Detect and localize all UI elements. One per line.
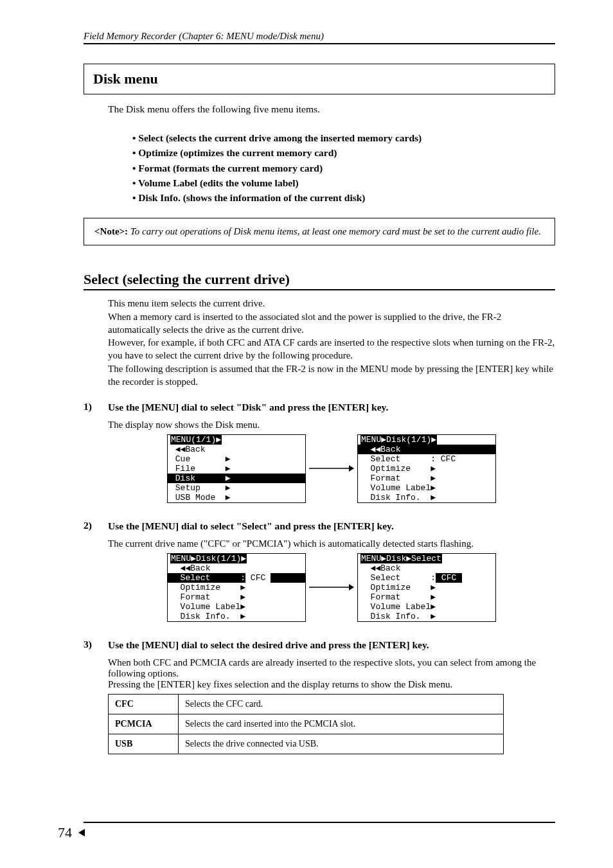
- lcd-row: Disk Info. ▶: [168, 612, 305, 621]
- lcd-row: File ▶: [168, 464, 305, 474]
- boxed-heading: Disk menu: [84, 64, 555, 94]
- lcd-row: Select : CFC: [358, 573, 495, 583]
- svg-marker-1: [349, 465, 354, 472]
- lcd-row-selected: Select : CFC: [168, 573, 305, 583]
- lcd-row: Volume Label▶: [168, 602, 305, 612]
- lcd-row: Optimize ▶: [168, 583, 305, 592]
- step-number: 2): [84, 520, 108, 533]
- section-body: This menu item selects the current drive…: [108, 297, 555, 388]
- step-3: 3) Use the [MENU] dial to select the des…: [84, 639, 555, 652]
- step-1-sub: The display now shows the Disk menu.: [108, 420, 555, 430]
- footer-rule: [84, 822, 555, 823]
- option-name: USB: [109, 734, 179, 754]
- step-3-sub: When both CFC and PCMCIA cards are alrea…: [108, 657, 555, 690]
- step-instruction: Use the [MENU] dial to select "Select" a…: [108, 520, 394, 531]
- option-desc: Selects the drive connected via USB.: [179, 734, 504, 754]
- lcd-title: MENU▶Disk(1/1)▶: [360, 435, 437, 445]
- lcd-row: Cue ▶: [168, 454, 305, 464]
- triangle-icon: [78, 829, 85, 837]
- table-row: PCMCIA Selects the card inserted into th…: [109, 714, 504, 734]
- arrow-icon: [306, 465, 357, 472]
- step-instruction: Use the [MENU] dial to select the desire…: [108, 639, 429, 650]
- list-item: • Volume Label (edits the volume label): [132, 175, 555, 190]
- lcd-title: MENU(1/1)▶: [170, 435, 222, 445]
- list-item: • Disk Info. (shows the information of t…: [132, 190, 555, 205]
- lcd-row: Disk Info. ▶: [358, 612, 495, 621]
- lcd-row: Optimize ▶: [358, 464, 495, 474]
- lcd-row-selected: ◀◀Back: [358, 445, 495, 454]
- arrow-icon: [306, 583, 357, 591]
- lcd-screen-left: MENU(1/1)▶ ◀◀Back Cue ▶ File ▶ Disk ▶ Se…: [167, 434, 306, 503]
- lcd-row: ◀◀Back: [168, 563, 305, 573]
- lcd-row: Disk Info. ▶: [358, 493, 495, 502]
- lcd-row: USB Mode ▶: [168, 493, 305, 502]
- option-desc: Selects the card inserted into the PCMCI…: [179, 714, 504, 734]
- lcd-row: Format ▶: [358, 592, 495, 602]
- table-row: USB Selects the drive connected via USB.: [109, 734, 504, 754]
- lcd-row-selected: Disk ▶: [168, 474, 305, 483]
- svg-marker-3: [349, 584, 354, 590]
- table-row: CFC Selects the CFC card.: [109, 694, 504, 714]
- note-box: <Note>: To carry out operations of Disk …: [84, 218, 555, 245]
- step-number: 1): [84, 401, 108, 414]
- list-item: • Optimize (optimizes the current memory…: [132, 145, 555, 160]
- lcd-title: MENU▶Disk(1/1)▶: [170, 554, 247, 563]
- option-name: PCMCIA: [109, 714, 179, 734]
- list-item: • Select (selects the current drive amon…: [132, 130, 555, 145]
- lead-text: The Disk menu offers the following five …: [108, 103, 555, 115]
- bullet-list: • Select (selects the current drive amon…: [132, 130, 555, 205]
- step-1: 1) Use the [MENU] dial to select "Disk" …: [84, 401, 555, 414]
- option-name: CFC: [109, 694, 179, 714]
- lcd-row: Select : CFC: [358, 454, 495, 464]
- lcd-screen-right: MENU▶Disk▶Select ◀◀Back Select : CFC Opt…: [357, 553, 496, 622]
- section-title: Select (selecting the current drive): [84, 271, 555, 288]
- lcd-pair-2: MENU▶Disk(1/1)▶ ◀◀Back Select : CFC Opti…: [167, 553, 555, 622]
- lcd-row: Volume Label▶: [358, 483, 495, 493]
- lcd-title: MENU▶Disk▶Select: [360, 554, 442, 563]
- note-text: To carry out operations of Disk menu ite…: [128, 226, 541, 236]
- lcd-row: Format ▶: [168, 592, 305, 602]
- page-number: 74: [58, 824, 85, 841]
- lcd-row: Format ▶: [358, 474, 495, 483]
- step-number: 3): [84, 639, 108, 652]
- lcd-row: Volume Label▶: [358, 602, 495, 612]
- step-2-sub: The current drive name ("CFC" or "PCMCIA…: [108, 538, 555, 549]
- section-rule: [84, 289, 555, 290]
- step-2: 2) Use the [MENU] dial to select "Select…: [84, 520, 555, 533]
- note-label: <Note>:: [94, 226, 128, 236]
- step-instruction: Use the [MENU] dial to select "Disk" and…: [108, 402, 388, 412]
- option-desc: Selects the CFC card.: [179, 694, 504, 714]
- lcd-screen-right: MENU▶Disk(1/1)▶ ◀◀Back Select : CFC Opti…: [357, 434, 496, 503]
- lcd-row: ◀◀Back: [358, 563, 495, 573]
- lcd-row: Optimize ▶: [358, 583, 495, 592]
- lcd-row: ◀◀Back: [168, 445, 305, 454]
- lcd-pair-1: MENU(1/1)▶ ◀◀Back Cue ▶ File ▶ Disk ▶ Se…: [167, 434, 555, 503]
- lcd-screen-left: MENU▶Disk(1/1)▶ ◀◀Back Select : CFC Opti…: [167, 553, 306, 622]
- running-header: Field Memory Recorder (Chapter 6: MENU m…: [84, 31, 555, 42]
- options-table: CFC Selects the CFC card. PCMCIA Selects…: [108, 694, 504, 754]
- list-item: • Format (formats the current memory car…: [132, 161, 555, 175]
- header-rule: [84, 43, 555, 44]
- lcd-row: Setup ▶: [168, 483, 305, 493]
